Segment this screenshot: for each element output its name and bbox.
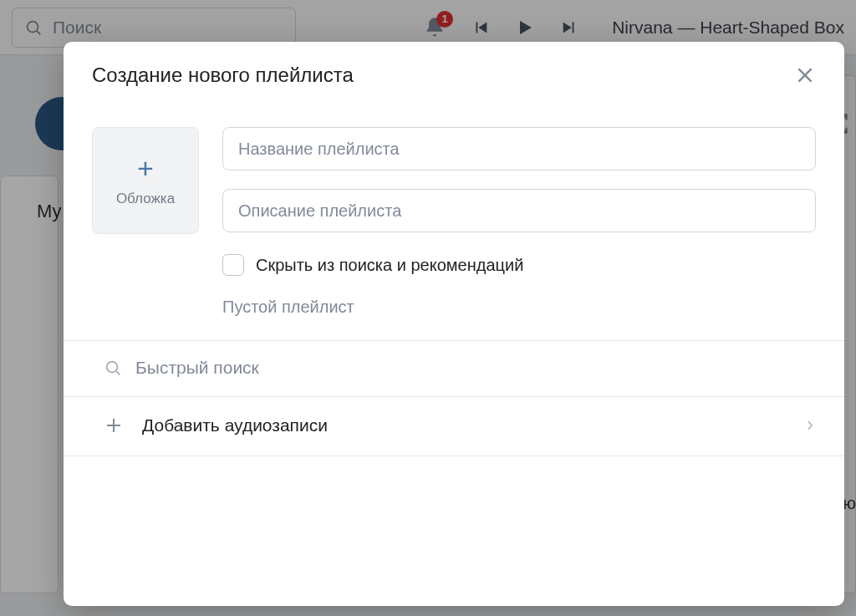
empty-playlist-text: Пустой плейлист xyxy=(222,298,816,317)
close-icon xyxy=(794,64,816,86)
svg-point-4 xyxy=(107,362,118,373)
svg-line-5 xyxy=(116,371,120,374)
cover-upload-button[interactable]: + Обложка xyxy=(92,127,199,234)
cover-label: Обложка xyxy=(116,191,175,207)
divider xyxy=(64,456,844,456)
add-audio-button[interactable]: Добавить аудиозаписи xyxy=(64,397,844,456)
search-icon xyxy=(104,359,122,377)
hide-checkbox-row: Скрыть из поиска и рекомендаций xyxy=(222,254,816,276)
playlist-name-input[interactable] xyxy=(222,127,816,171)
create-playlist-modal: Создание нового плейлиста + Обложка Скры… xyxy=(64,42,844,606)
quick-search-input[interactable] xyxy=(135,358,816,378)
hide-checkbox-label: Скрыть из поиска и рекомендаций xyxy=(256,256,523,275)
close-button[interactable] xyxy=(794,64,816,86)
playlist-description-input[interactable] xyxy=(222,189,816,232)
quick-search-row xyxy=(64,341,844,396)
chevron-right-icon xyxy=(804,415,816,435)
plus-icon xyxy=(104,415,124,435)
add-audio-label: Добавить аудиозаписи xyxy=(142,415,328,435)
modal-body: + Обложка Скрыть из поиска и рекомендаци… xyxy=(64,109,844,340)
fields-column: Скрыть из поиска и рекомендаций Пустой п… xyxy=(222,127,816,317)
plus-icon: + xyxy=(137,154,154,182)
hide-checkbox[interactable] xyxy=(222,254,244,276)
modal-title: Создание нового плейлиста xyxy=(92,64,354,87)
modal-header: Создание нового плейлиста xyxy=(64,42,844,109)
